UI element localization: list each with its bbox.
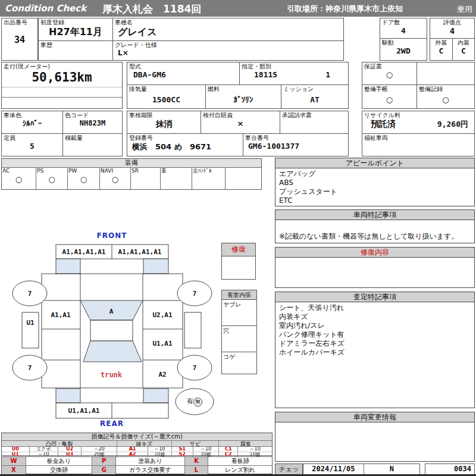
maintenance-record-value: ○: [417, 95, 474, 104]
equipment-table: 装備 AC ○ PS ○ PW ○ NAVI ○ SR 革: [1, 158, 262, 190]
model-code-value: DBA-GM6: [127, 70, 239, 79]
maintenance-record-label: 整備記録: [417, 85, 474, 93]
equipment-label: NAVI: [101, 168, 113, 174]
wheel-mark-rl: 7: [28, 364, 32, 372]
legend-code: C1: [218, 447, 237, 452]
drive-label: 駆動: [380, 39, 427, 46]
equipment-mark: ○: [100, 175, 130, 184]
change-info-title: 車両変更情報: [275, 412, 474, 422]
legend-code: U2: [58, 447, 82, 452]
doors-label: ドア数: [380, 18, 427, 26]
cabin-interior-box: 客室内張 ヤブレ 穴 コゲ: [221, 290, 257, 374]
legend-size: ～10: [193, 447, 219, 452]
damage-rear-bumper-left: U1,A1,A1: [68, 407, 100, 415]
score-box: 評価点 4: [430, 18, 475, 39]
damage-right-front: U2,A1: [152, 311, 172, 319]
equipment-cell-extra: [225, 168, 260, 190]
repair-detail-body: [275, 258, 474, 260]
capacity-value: 5: [2, 142, 62, 151]
spare-yes-label: 有: [187, 397, 193, 405]
title-bar: Condition Check 厚木入札会 1184回 引取場所：神奈川県厚木市…: [0, 0, 476, 17]
legend-groups: 凸凹・亀裂 線キズ サビ 腐食: [2, 441, 272, 447]
assessment-item: パンク修理キット有: [279, 330, 471, 339]
class-value-1: 18115: [254, 70, 277, 79]
cabin-interior-row-tear: ヤブレ: [222, 300, 256, 326]
mark-desc: 板金あり: [26, 457, 92, 465]
lot-number-label: 出品番号: [2, 18, 37, 26]
color-code-label: 色コード: [63, 111, 122, 119]
damage-right-quarter: A2: [158, 371, 166, 378]
left-side-step: [22, 312, 39, 348]
load-capacity-box: 積載量: [62, 133, 123, 156]
legend-group-dent: 凸凹・亀裂: [2, 441, 117, 447]
equipment-mark: ○: [36, 175, 67, 184]
legend-code: U0: [2, 447, 29, 452]
equipment-cell-ps: PS ○: [36, 168, 67, 190]
warranty-value: ○: [362, 70, 416, 79]
mark-code: W: [2, 457, 26, 465]
insurance-box: 検付自賠責 ×: [201, 111, 280, 134]
check-code: N: [364, 464, 419, 474]
mark-code: L: [184, 466, 208, 474]
vehicle-notes-panel: 車両特記事項 ※記載のない書類・機器等は無しとして取り扱います。: [275, 209, 475, 243]
class-label: 指定・類別: [240, 62, 348, 70]
class-box: 指定・類別 18115 1: [239, 62, 349, 85]
model-code-label: 型式: [127, 62, 239, 70]
maintenance-book-label: 整備手帳: [362, 85, 416, 93]
transmission-label: ミッション: [281, 85, 348, 93]
displacement-label: 排気量: [127, 85, 205, 93]
appeal-item: プッシュスタート: [279, 187, 471, 196]
equipment-cell-navi: NAVI ○: [99, 168, 130, 190]
mileage-label: 走行(現メーター): [2, 62, 122, 70]
legend-size: ～20: [81, 447, 117, 452]
recycle-fee-values: 預託済 9,260円: [362, 119, 474, 130]
insurance-value: ×: [201, 119, 280, 128]
class-values: 18115 1: [240, 70, 348, 79]
vehicle-category: 乗用: [457, 4, 472, 15]
equipment-mark: ○: [2, 175, 36, 184]
equipment-cell-pw: PW ○: [67, 168, 99, 190]
class-value-2: 1: [325, 70, 330, 79]
equipment-cell-leather: 革: [160, 168, 192, 190]
right-side-step: [184, 312, 201, 348]
doors-value: 4: [380, 26, 427, 35]
spare-tire-status: 有無: [187, 397, 202, 406]
model-name-box: 車種名 グレイス: [112, 18, 344, 41]
maintenance-book-box: 整備手帳 ○: [362, 84, 417, 109]
equipment-cell-lhd: 左ﾊﾝﾄﾞﾙ: [192, 168, 225, 190]
roof: [90, 320, 133, 341]
fuel-label: 燃料: [206, 85, 281, 93]
rear-label: REAR: [100, 419, 124, 428]
assessment-item: 室内汚れ/スレ: [279, 321, 471, 330]
change-info-panel: 車両変更情報: [275, 412, 475, 462]
mark-code: P: [92, 457, 115, 465]
fuel-box: 燃料 ｶﾞｿﾘﾝ: [205, 84, 281, 109]
welfare-vehicle-box: 福祉車両: [362, 133, 475, 156]
wheel-mark-rr: 7: [193, 364, 197, 372]
warranty-label: 保証書: [362, 62, 416, 70]
recycle-fee-box: リサイクル料 預託済 9,260円: [362, 111, 475, 134]
vehicle-notes-title: 車両特記事項: [275, 210, 474, 220]
wheel-mark-fr: 7: [193, 290, 197, 298]
assessment-item: ホイールカバーキズ: [279, 348, 471, 357]
drive-value: 2WD: [380, 46, 427, 55]
appeal-item: ABS: [279, 178, 471, 187]
repair-detail-panel: 修復内容: [275, 247, 475, 288]
check-label: チェック: [275, 464, 303, 475]
repair-detail-title: 修復内容: [275, 248, 474, 258]
equipment-cell-sr: SR: [130, 168, 160, 190]
auction-title: 厚木入札会 1184回: [102, 2, 201, 16]
equipment-mark: ○: [68, 175, 99, 184]
check-date: 2024/11/05: [303, 464, 364, 474]
color-code-box: 色コード NH823M: [62, 111, 123, 134]
equipment-cell-ac: AC ○: [2, 168, 36, 190]
capacity-box: 定員 5: [1, 133, 63, 156]
interior-grade-value: C: [453, 46, 474, 55]
front-label: FRONT: [97, 231, 127, 240]
maintenance-book-value: ○: [362, 95, 416, 104]
legend-group-corrosion: 腐食: [218, 441, 272, 447]
grade-value: L×: [113, 49, 343, 57]
appeal-points-body: エアバッグ ABS プッシュスタート ETC: [275, 168, 474, 206]
mileage-value: 50,613km: [2, 70, 122, 84]
score-label: 評価点: [430, 18, 474, 26]
